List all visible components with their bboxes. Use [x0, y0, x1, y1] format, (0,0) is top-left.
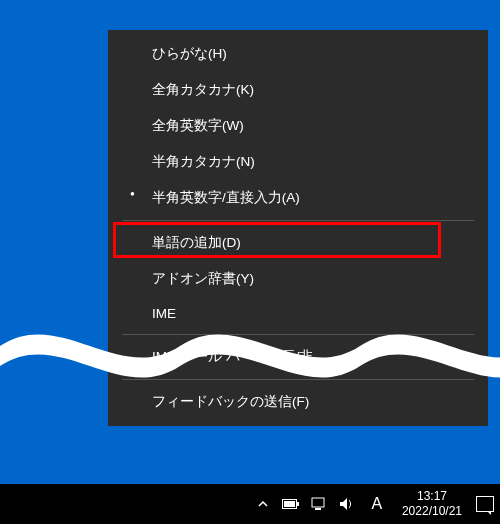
menu-item-ime-cut[interactable]: IME: [108, 297, 488, 330]
menu-item-feedback[interactable]: フィードバックの送信(F): [108, 384, 488, 420]
system-tray: A 13:17 2022/10/21: [254, 489, 494, 519]
svg-rect-3: [312, 498, 324, 507]
menu-item-label: 半角カタカナ(N): [152, 154, 255, 169]
menu-item-label: 全角英数字(W): [152, 118, 244, 133]
menu-item-half-katakana[interactable]: 半角カタカナ(N): [108, 144, 488, 180]
battery-icon[interactable]: [282, 495, 300, 513]
menu-item-full-alnum[interactable]: 全角英数字(W): [108, 108, 488, 144]
svg-rect-4: [315, 508, 321, 510]
menu-item-label: 半角英数字/直接入力(A): [152, 190, 300, 205]
tray-overflow-icon[interactable]: [254, 495, 272, 513]
menu-item-hiragana[interactable]: ひらがな(H): [108, 36, 488, 72]
action-center-icon[interactable]: [476, 495, 494, 513]
clock-time: 13:17: [417, 489, 447, 504]
menu-item-half-alnum[interactable]: 半角英数字/直接入力(A): [108, 180, 488, 216]
svg-rect-2: [284, 501, 295, 507]
taskbar-clock[interactable]: 13:17 2022/10/21: [402, 489, 462, 519]
ime-context-menu: ひらがな(H) 全角カタカナ(K) 全角英数字(W) 半角カタカナ(N) 半角英…: [108, 30, 488, 426]
menu-item-label: フィードバックの送信(F): [152, 394, 309, 409]
menu-item-add-word[interactable]: 単語の追加(D): [108, 225, 488, 261]
menu-separator: [122, 220, 474, 221]
menu-item-addon-dict[interactable]: アドオン辞書(Y): [108, 261, 488, 297]
volume-icon[interactable]: [338, 495, 356, 513]
clock-date: 2022/10/21: [402, 504, 462, 519]
menu-item-full-katakana[interactable]: 全角カタカナ(K): [108, 72, 488, 108]
menu-item-label: IME: [152, 306, 176, 321]
menu-item-ime-toolbar[interactable]: IME ツール バーの表示/非: [108, 339, 488, 375]
menu-item-label: アドオン辞書(Y): [152, 271, 254, 286]
menu-item-label: 全角カタカナ(K): [152, 82, 254, 97]
svg-rect-1: [297, 502, 299, 506]
taskbar: A 13:17 2022/10/21: [0, 484, 500, 524]
menu-item-label: 単語の追加(D): [152, 235, 241, 250]
menu-separator: [122, 379, 474, 380]
menu-separator: [122, 334, 474, 335]
network-icon[interactable]: [310, 495, 328, 513]
menu-item-label: ひらがな(H): [152, 46, 227, 61]
menu-item-label: IME ツール バーの表示/非: [152, 349, 313, 364]
ime-mode-indicator[interactable]: A: [366, 495, 388, 513]
